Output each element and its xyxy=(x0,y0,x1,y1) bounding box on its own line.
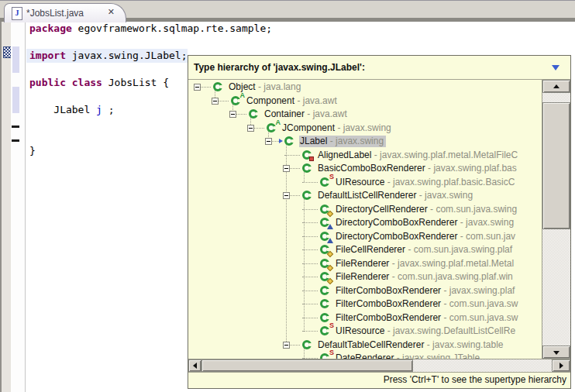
tree-item-filtercomboboxrenderer[interactable]: FilterComboBoxRenderer - com.sun.java.sw xyxy=(189,311,541,325)
collapse-toggle-icon[interactable] xyxy=(229,111,236,118)
class-icon: A xyxy=(230,95,243,107)
tree-item-defaultlistcellrenderer[interactable]: DefaultListCellRenderer - javax.swing xyxy=(189,189,541,202)
tree-item-uiresource[interactable]: SUIResource - javax.swing.plaf.basic.Bas… xyxy=(189,176,541,189)
tree-label: UIResource - javax.swing.DefaultListCell… xyxy=(335,325,518,337)
collapse-toggle-icon[interactable] xyxy=(194,84,201,91)
class-icon xyxy=(284,135,296,147)
tree-item-directorycomboboxrenderer[interactable]: DirectoryComboBoxRenderer - javax.swing xyxy=(189,216,541,229)
code-token: ; xyxy=(102,104,115,115)
collapse-toggle-icon[interactable] xyxy=(247,125,254,132)
scroll-right-button[interactable] xyxy=(552,359,570,372)
class-icon: A xyxy=(266,122,278,134)
focus-marker-icon xyxy=(279,139,283,143)
tree-connector xyxy=(290,168,300,169)
tree-connector xyxy=(254,128,264,129)
class-icon xyxy=(301,149,314,161)
tree-connector xyxy=(302,209,318,210)
tree-item-filerenderer[interactable]: FileRenderer - javax.swing.plaf.metal.Me… xyxy=(189,257,541,270)
tree-item-alignedlabel[interactable]: AlignedLabel - javax.swing.plaf.metal.Me… xyxy=(189,149,541,162)
tree-item-jcomponent[interactable]: AJComponent - javax.swing xyxy=(189,122,541,135)
scroll-up-button[interactable] xyxy=(542,80,570,93)
class-icon xyxy=(212,81,225,93)
popup-status-bar: Press 'Ctrl+T' to see the supertype hier… xyxy=(188,372,570,388)
menu-dropdown-icon[interactable] xyxy=(552,65,560,70)
code-token: package xyxy=(29,22,72,34)
tree-item-filtercomboboxrenderer[interactable]: FilterComboBoxRenderer - javax.swing.pla… xyxy=(189,284,541,297)
collapse-toggle-icon[interactable] xyxy=(212,98,219,105)
code-line-2[interactable] xyxy=(29,36,272,50)
class-icon: S xyxy=(319,176,332,188)
popup-title: Type hierarchy of 'javax.swing.JLabel': xyxy=(194,62,365,73)
tree-label: FilterComboBoxRenderer - com.sun.java.sw xyxy=(335,298,520,310)
code-token: javax.swing.JLabel; xyxy=(66,50,188,61)
tree-connector xyxy=(302,263,318,264)
horizontal-scrollbar-thumb[interactable] xyxy=(201,359,413,372)
code-token: } xyxy=(29,145,36,156)
tree-label: FilterComboBoxRenderer - javax.swing.pla… xyxy=(335,285,517,297)
tree-item-daterenderer[interactable]: SDateRenderer - javax.swing.JTable xyxy=(189,352,541,359)
collapse-toggle-icon[interactable] xyxy=(265,138,272,145)
tree-item-filtercomboboxrenderer[interactable]: FilterComboBoxRenderer - com.sun.java.sw xyxy=(189,297,541,311)
class-icon xyxy=(301,189,314,201)
code-token: JobsList { xyxy=(102,77,169,88)
tree-connector xyxy=(302,277,318,277)
tree-item-filecellrenderer[interactable]: FileCellRenderer - com.sun.java.swing.pl… xyxy=(189,243,541,256)
status-text: Press 'Ctrl+T' to see the supertype hier… xyxy=(384,374,566,385)
tree-item-basiccomboboxrenderer[interactable]: BasicComboBoxRenderer - javax.swing.plaf… xyxy=(189,162,541,175)
code-token: j xyxy=(96,104,102,115)
class-icon: S xyxy=(319,352,332,359)
close-icon[interactable]: ✕ xyxy=(108,7,115,17)
vertical-scrollbar[interactable] xyxy=(542,80,570,359)
code-token xyxy=(66,77,72,88)
popup-header: Type hierarchy of 'javax.swing.JLabel': xyxy=(188,56,570,80)
collapse-toggle-icon[interactable] xyxy=(283,342,290,349)
tree-label: FilterComboBoxRenderer - com.sun.java.sw xyxy=(335,312,520,324)
tree-connector xyxy=(302,304,318,304)
selected-tree-label: JLabel - javax.swing xyxy=(299,136,386,147)
tree-connector xyxy=(302,222,318,223)
class-icon xyxy=(319,297,332,310)
class-icon xyxy=(319,243,332,256)
tree-connector xyxy=(290,195,300,196)
static-overlay-icon: S xyxy=(329,349,334,356)
tree-item-defaulttablecellrenderer[interactable]: DefaultTableCellRenderer - javax.swing.t… xyxy=(189,339,541,352)
class-icon xyxy=(248,108,260,120)
tree-label: DateRenderer - javax.swing.JTable xyxy=(335,352,482,359)
editor-tab-jobslist[interactable]: J *JobsList.java ✕ xyxy=(4,3,126,22)
package-overlay-icon xyxy=(327,224,333,229)
changed-lines-indicator xyxy=(12,46,19,73)
horizontal-scrollbar[interactable] xyxy=(188,359,570,372)
tree-item-container[interactable]: Container - java.awt xyxy=(189,108,541,121)
collapse-toggle-icon[interactable] xyxy=(283,192,290,199)
tree-connector xyxy=(302,318,318,318)
quickdiff-column[interactable] xyxy=(11,22,26,392)
tree-connector xyxy=(302,331,318,332)
tree-label: DefaultListCellRenderer - javax.swing xyxy=(317,190,475,201)
type-hierarchy-popup: Type hierarchy of 'javax.swing.JLabel': … xyxy=(188,55,571,389)
tree-label: DirectoryComboBoxRenderer - javax.swing xyxy=(335,217,516,229)
static-overlay-icon: S xyxy=(329,173,334,181)
code-token: JLabel xyxy=(29,104,96,115)
tree-label: DefaultTableCellRenderer - javax.swing.t… xyxy=(317,339,505,351)
tree-item-directorycellrenderer[interactable]: DirectoryCellRenderer - com.sun.java.swi… xyxy=(189,203,541,216)
tree-connector xyxy=(236,114,246,115)
tree-item-component[interactable]: AComponent - java.awt xyxy=(189,95,541,108)
annotation-ruler[interactable] xyxy=(0,22,11,392)
tab-title: *JobsList.java xyxy=(26,8,84,19)
tree-label: AlignedLabel - javax.swing.plaf.metal.Me… xyxy=(317,150,520,161)
scroll-left-button[interactable] xyxy=(188,359,201,372)
tree-connector xyxy=(302,182,318,183)
code-line-1[interactable]: package egovframework.sqlmap.rte.sample; xyxy=(29,22,272,36)
tree-item-directorycomboboxrenderer[interactable]: DirectoryComboBoxRenderer - com.sun.jav xyxy=(189,230,541,243)
collapse-toggle-icon[interactable] xyxy=(283,165,290,172)
tree-connector xyxy=(302,236,318,237)
tree-connector xyxy=(302,249,318,250)
vertical-scrollbar-thumb[interactable] xyxy=(542,102,570,229)
code-token: public xyxy=(29,77,66,88)
fold-dash-marker xyxy=(12,126,19,128)
tree-item-jlabel[interactable]: JLabel - javax.swing xyxy=(189,135,541,148)
tree-item-filerenderer[interactable]: FileRenderer - com.sun.java.swing.plaf.w… xyxy=(189,270,541,284)
class-icon xyxy=(319,216,332,229)
scroll-down-button[interactable] xyxy=(542,346,570,359)
tree-item-uiresource[interactable]: SUIResource - javax.swing.DefaultListCel… xyxy=(189,325,541,338)
